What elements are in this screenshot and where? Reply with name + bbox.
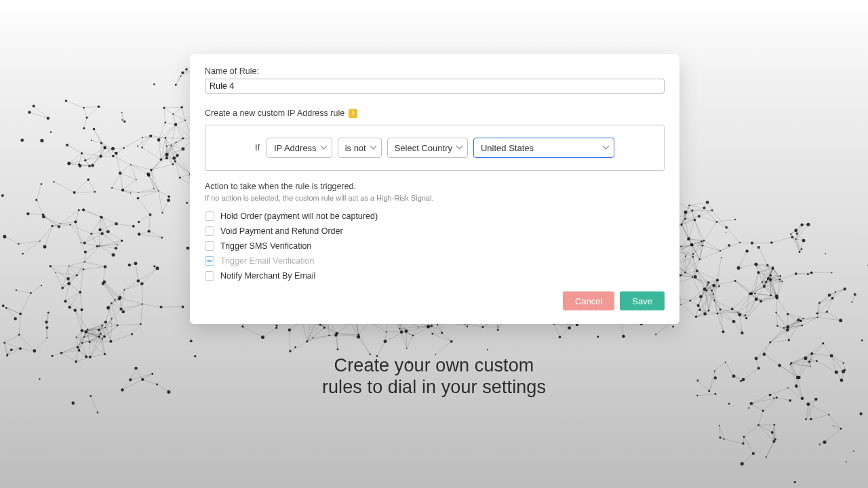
country-group-select-value: Select Country bbox=[395, 143, 452, 153]
operator-select-value: is not bbox=[345, 143, 366, 153]
section-label-text: Create a new custom IP Address rule bbox=[205, 108, 344, 118]
check-email-verification: Trigger Email Verification bbox=[205, 256, 665, 266]
action-heading: Action to take when the rule is triggere… bbox=[205, 182, 665, 191]
rule-editor-card: Name of Rule: Create a new custom IP Add… bbox=[190, 54, 679, 324]
check-label: Void Payment and Refund Order bbox=[220, 226, 343, 236]
country-group-select[interactable]: Select Country bbox=[387, 138, 468, 158]
check-hold-order[interactable]: Hold Order (payment will not be captured… bbox=[205, 211, 665, 221]
name-label: Name of Rule: bbox=[205, 66, 665, 76]
check-label: Trigger Email Verification bbox=[220, 256, 314, 266]
field-select-value: IP Address bbox=[274, 143, 317, 153]
check-label: Trigger SMS Verification bbox=[220, 241, 311, 251]
check-notify-merchant[interactable]: Notify Merchant By Email bbox=[205, 271, 665, 281]
tagline-line2: rules to dial in your settings bbox=[322, 377, 546, 399]
marketing-tagline: Create your own custom rules to dial in … bbox=[322, 355, 546, 399]
info-icon[interactable]: i bbox=[349, 109, 357, 118]
field-select[interactable]: IP Address bbox=[267, 138, 332, 158]
check-sms-verification[interactable]: Trigger SMS Verification bbox=[205, 241, 665, 251]
chevron-down-icon bbox=[457, 145, 462, 150]
checkbox-indeterminate-icon bbox=[205, 256, 214, 266]
country-select-value: United States bbox=[481, 143, 534, 153]
button-row: Cancel Save bbox=[205, 291, 665, 310]
checkbox-icon bbox=[205, 241, 214, 251]
action-subtext: If no action is selected, the custom rul… bbox=[205, 194, 665, 202]
check-void-payment[interactable]: Void Payment and Refund Order bbox=[205, 226, 665, 236]
if-label: If bbox=[255, 143, 260, 152]
tagline-line1: Create your own custom bbox=[322, 355, 546, 377]
check-label: Hold Order (payment will not be captured… bbox=[220, 211, 378, 221]
chevron-down-icon bbox=[604, 145, 609, 150]
cancel-button[interactable]: Cancel bbox=[563, 291, 614, 310]
checkbox-icon bbox=[205, 211, 214, 221]
check-label: Notify Merchant By Email bbox=[220, 271, 315, 281]
chevron-down-icon bbox=[371, 145, 376, 150]
rule-condition-row: If IP Address is not Select Country Unit… bbox=[205, 125, 665, 171]
operator-select[interactable]: is not bbox=[338, 138, 382, 158]
save-button[interactable]: Save bbox=[620, 291, 665, 310]
checkbox-icon bbox=[205, 226, 214, 236]
checkbox-icon bbox=[205, 271, 214, 281]
section-label: Create a new custom IP Address rule i bbox=[205, 108, 665, 118]
chevron-down-icon bbox=[321, 145, 327, 150]
action-checkbox-list: Hold Order (payment will not be captured… bbox=[205, 211, 665, 281]
rule-name-input[interactable] bbox=[205, 79, 665, 94]
country-select[interactable]: United States bbox=[473, 138, 614, 158]
